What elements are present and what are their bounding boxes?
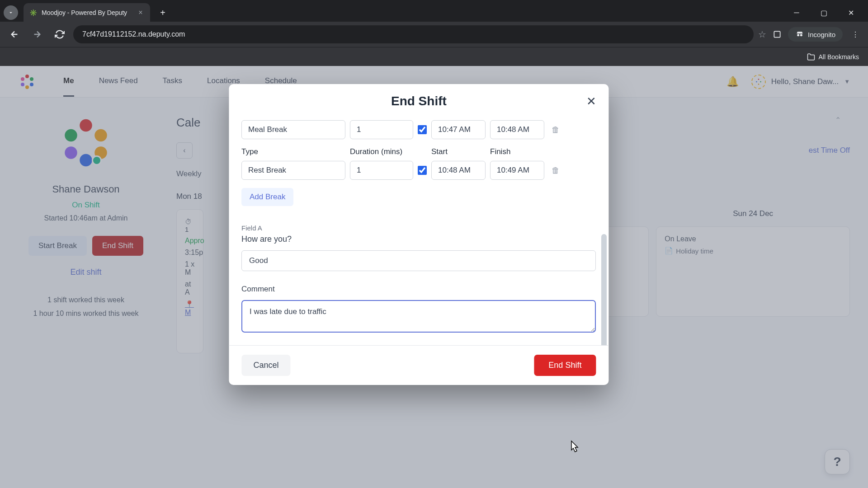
svg-rect-0 — [774, 31, 780, 37]
svg-point-1 — [797, 34, 799, 36]
modal-scrollbar[interactable] — [601, 234, 607, 345]
incognito-badge: Incognito — [788, 27, 843, 42]
header-start: Start — [431, 147, 486, 156]
tab-close-icon[interactable]: × — [137, 9, 145, 17]
back-button[interactable] — [5, 25, 24, 43]
header-type: Type — [241, 147, 345, 156]
forward-button[interactable] — [28, 25, 46, 43]
break1-start-input[interactable] — [431, 120, 486, 139]
tab-favicon: ✳️ — [29, 9, 37, 17]
url-bar[interactable]: 7cf47d19112152.na.deputy.com — [73, 25, 754, 43]
extensions-icon[interactable] — [772, 29, 783, 40]
svg-point-2 — [800, 34, 802, 36]
end-shift-confirm-button[interactable]: End Shift — [534, 355, 596, 376]
window-close[interactable]: ✕ — [837, 4, 864, 22]
break2-finish-input[interactable] — [490, 161, 544, 180]
incognito-label: Incognito — [808, 31, 835, 38]
end-shift-modal: End Shift ✕ 🗑 Type Duration (mins) Start… — [229, 84, 609, 385]
comment-textarea[interactable] — [241, 300, 596, 333]
comment-label: Comment — [241, 285, 596, 294]
browser-tab[interactable]: ✳️ Moodjoy - Powered By Deputy × — [24, 3, 150, 22]
reload-button[interactable] — [51, 25, 69, 43]
break2-duration-input[interactable] — [350, 161, 413, 180]
tab-search-button[interactable] — [4, 5, 18, 20]
folder-icon — [807, 53, 815, 61]
header-finish: Finish — [490, 147, 544, 156]
bookmark-star-icon[interactable]: ☆ — [758, 29, 766, 40]
field-a-question: How are you? — [241, 235, 596, 244]
modal-close-button[interactable]: ✕ — [584, 94, 599, 108]
break2-delete-icon[interactable]: 🗑 — [549, 166, 562, 175]
break1-delete-icon[interactable]: 🗑 — [549, 125, 562, 135]
field-a-label: Field A — [241, 224, 596, 232]
bookmarks-label-text: All Bookmarks — [819, 53, 859, 61]
cancel-button[interactable]: Cancel — [241, 355, 290, 376]
add-break-button[interactable]: Add Break — [241, 188, 293, 206]
modal-title: End Shift — [241, 94, 596, 108]
break1-finish-input[interactable] — [490, 120, 544, 139]
break1-checkbox[interactable] — [418, 125, 427, 134]
field-a-input[interactable] — [241, 250, 596, 271]
break2-start-input[interactable] — [431, 161, 486, 180]
window-minimize[interactable]: ─ — [783, 4, 810, 22]
break2-checkbox[interactable] — [418, 166, 427, 175]
window-maximize[interactable]: ▢ — [810, 4, 837, 22]
url-text: 7cf47d19112152.na.deputy.com — [82, 30, 185, 38]
browser-menu-button[interactable]: ⋮ — [848, 30, 863, 39]
break1-duration-input[interactable] — [350, 120, 413, 139]
header-duration: Duration (mins) — [350, 147, 427, 156]
break2-type-input[interactable] — [241, 161, 345, 180]
new-tab-button[interactable]: + — [156, 5, 170, 20]
break1-type-input[interactable] — [241, 120, 345, 139]
incognito-icon — [795, 30, 804, 39]
all-bookmarks-button[interactable]: All Bookmarks — [807, 53, 859, 61]
tab-title: Moodjoy - Powered By Deputy — [42, 9, 132, 16]
